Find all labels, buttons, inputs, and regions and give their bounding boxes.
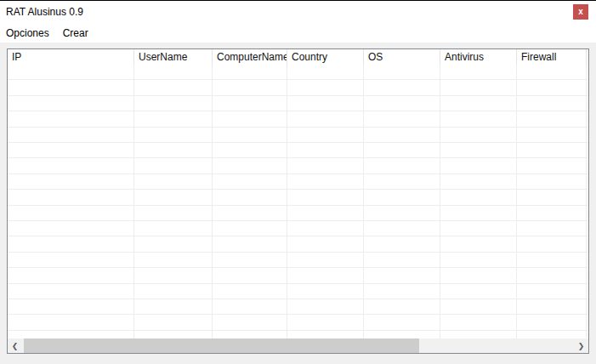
column-gridline: [586, 65, 587, 338]
scroll-left-icon[interactable]: ❮: [8, 338, 22, 353]
column-header-country[interactable]: Country: [287, 49, 364, 65]
column-gridline: [440, 65, 440, 338]
listview-body[interactable]: [8, 65, 588, 338]
scroll-right-icon[interactable]: ❯: [574, 338, 588, 353]
close-button[interactable]: x: [573, 4, 588, 20]
column-header-ip[interactable]: IP: [8, 49, 134, 65]
menu-bar: Opciones Crear: [0, 24, 596, 43]
column-header-os[interactable]: OS: [364, 49, 440, 65]
column-gridline: [363, 65, 364, 338]
column-gridline: [516, 65, 517, 338]
menu-item-crear[interactable]: Crear: [63, 26, 88, 41]
column-gridline: [133, 65, 134, 338]
scrollbar-thumb[interactable]: [24, 338, 419, 353]
column-header-antivirus[interactable]: Antivirus: [440, 49, 517, 65]
app-window: RAT Alusinus 0.9 x Opciones Crear IPUser…: [0, 0, 596, 364]
column-header-username[interactable]: UserName: [134, 49, 213, 65]
title-bar: RAT Alusinus 0.9 x: [0, 1, 596, 24]
window-title: RAT Alusinus 0.9: [6, 6, 83, 18]
listview-header: IPUserNameComputerNameCountryOSAntivirus…: [8, 49, 588, 65]
column-header-computername[interactable]: ComputerName: [213, 49, 287, 65]
column-header-firewall[interactable]: Firewall: [517, 49, 587, 65]
column-gridline: [212, 65, 213, 338]
column-gridline: [287, 65, 287, 338]
menu-item-opciones[interactable]: Opciones: [6, 26, 49, 41]
horizontal-scrollbar: ❮ ❯: [8, 338, 588, 353]
form-background: IPUserNameComputerNameCountryOSAntivirus…: [0, 43, 596, 364]
clients-listview: IPUserNameComputerNameCountryOSAntivirus…: [7, 48, 589, 354]
